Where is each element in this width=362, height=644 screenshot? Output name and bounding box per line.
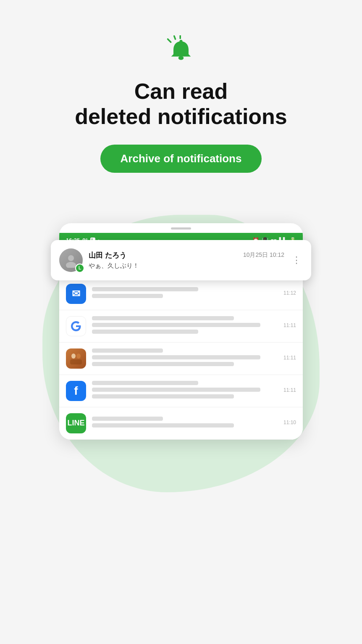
- notification-item-right: 11:10: [275, 420, 296, 427]
- blurred-body2: [92, 394, 234, 399]
- bell-icon: [164, 34, 198, 67]
- blurred-title: [92, 287, 198, 291]
- svg-point-8: [76, 354, 81, 359]
- blurred-body: [92, 294, 163, 298]
- blurred-body: [92, 323, 260, 327]
- notification-content: 山田 たろう 10月25日 10:12 やぁ、久しぶり！: [89, 251, 284, 270]
- svg-line-1: [174, 36, 176, 39]
- notification-text-blurred: [92, 287, 269, 301]
- hero-title: Can read deleted notifications: [58, 79, 304, 129]
- svg-point-5: [68, 255, 74, 261]
- avatar: L: [59, 248, 83, 272]
- archive-button[interactable]: Archive of notifications: [100, 145, 262, 173]
- blurred-title: [92, 316, 234, 320]
- hero-section: Can read deleted notifications Archive o…: [0, 0, 362, 198]
- notification-text-blurred: [92, 348, 269, 369]
- blurred-body2: [92, 330, 198, 334]
- svg-point-4: [178, 56, 184, 60]
- svg-rect-9: [70, 359, 82, 364]
- item-time: 11:11: [283, 355, 296, 361]
- facebook-app-icon: f: [66, 381, 86, 401]
- game-app-icon: [66, 348, 86, 369]
- email-app-icon: ✉: [66, 284, 86, 304]
- notification-time: 10月25日 10:12: [243, 251, 284, 259]
- line-app-icon: LINE: [66, 413, 86, 433]
- notification-message: やぁ、久しぶり！: [89, 262, 284, 270]
- blurred-title: [92, 417, 163, 421]
- blurred-title: [92, 381, 198, 385]
- notification-text-blurred: [92, 316, 269, 336]
- blurred-body: [92, 423, 234, 428]
- svg-line-0: [168, 39, 171, 42]
- notification-list: ✉ 11:12: [59, 278, 303, 440]
- item-time: 11:11: [283, 387, 296, 393]
- svg-point-7: [71, 354, 76, 359]
- list-item: 11:11: [59, 310, 303, 343]
- google-app-icon: [66, 316, 86, 336]
- more-options-button[interactable]: ⋮: [290, 255, 303, 266]
- notification-item-right: 11:12: [275, 290, 296, 298]
- pull-handle: [171, 227, 191, 230]
- list-item: 11:11: [59, 343, 303, 375]
- notification-item-right: 11:11: [275, 322, 296, 330]
- blurred-body2: [92, 362, 234, 366]
- blurred-body: [92, 355, 260, 359]
- notification-header: 山田 たろう 10月25日 10:12: [89, 251, 284, 260]
- list-item: f 11:11: [59, 375, 303, 407]
- list-item: LINE 11:10: [59, 407, 303, 440]
- blurred-body: [92, 388, 260, 392]
- blurred-title: [92, 348, 163, 353]
- mockup-area: L 山田 たろう 10月25日 10:12 やぁ、久しぶり！ ⋮ 16:25 9…: [0, 198, 362, 457]
- notification-item-right: 11:11: [275, 355, 296, 362]
- svg-point-3: [179, 40, 182, 43]
- sender-name: 山田 たろう: [89, 251, 126, 260]
- notification-item-right: 11:11: [275, 387, 296, 395]
- notification-card-overlay: L 山田 たろう 10月25日 10:12 やぁ、久しぶり！ ⋮: [51, 240, 311, 280]
- notification-text-blurred: [92, 417, 269, 430]
- item-time: 11:10: [283, 420, 296, 425]
- notification-text-blurred: [92, 381, 269, 401]
- item-time: 11:11: [283, 322, 296, 328]
- svg-point-6: [66, 262, 76, 268]
- list-item: ✉ 11:12: [59, 278, 303, 310]
- line-app-badge: L: [75, 264, 84, 273]
- item-time: 11:12: [283, 290, 296, 296]
